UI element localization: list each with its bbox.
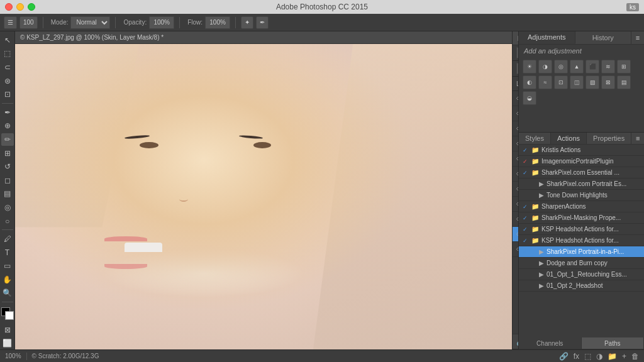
action-item[interactable]: ▶01_Opt_1_Retouching Ess...: [519, 269, 644, 280]
screen-mode[interactable]: ⬜: [1, 337, 14, 349]
action-folder-icon: ▶: [539, 180, 544, 187]
history-brush[interactable]: ↺: [1, 160, 14, 173]
hand-tool[interactable]: ✋: [1, 273, 14, 286]
photo-canvas: [15, 44, 512, 349]
adj-photofilter[interactable]: ≈: [538, 75, 552, 89]
adj-threshold[interactable]: ⊠: [601, 75, 615, 89]
left-eye: [140, 142, 158, 148]
tab-adjustments[interactable]: Adjustments: [519, 31, 575, 44]
bottom-tab-channels[interactable]: Channels: [519, 337, 582, 349]
action-check: ✓: [523, 147, 529, 153]
brush-tool[interactable]: ✏: [1, 133, 14, 146]
action-name-text: KSP Headshot Actions for...: [541, 226, 640, 233]
eraser-tool[interactable]: ◻: [1, 174, 14, 187]
adj-brightness[interactable]: ☀: [523, 60, 536, 74]
opacity-input[interactable]: [149, 16, 174, 29]
shape-tool[interactable]: ▭: [1, 260, 14, 272]
user-icon[interactable]: ks: [626, 3, 639, 11]
adj-levels[interactable]: ◑: [538, 60, 552, 74]
airbrush-btn[interactable]: ✦: [241, 16, 253, 29]
pen-tool[interactable]: 🖊: [1, 233, 14, 245]
canvas-tab: © KSP_LZ_297.jpg @ 100% (Skin, Layer Mas…: [15, 31, 512, 44]
adj-gradient[interactable]: ▤: [617, 75, 631, 89]
action-item[interactable]: ✓📁KSP Headshot Actions for...: [519, 235, 644, 246]
status-icon2[interactable]: fx: [574, 352, 579, 361]
action-item[interactable]: ✓📁Kristis Actions: [519, 145, 644, 156]
adjustments-panel: Adjustments History ≡ Add an adjustment …: [519, 31, 644, 132]
clone-tool[interactable]: ⊞: [1, 147, 14, 160]
status-icon7[interactable]: 🗑: [631, 352, 639, 361]
close-button[interactable]: [5, 3, 13, 11]
right-eye: [253, 142, 271, 148]
eyedropper-tool[interactable]: ✒: [1, 106, 14, 119]
action-folder-icon: ▶: [539, 248, 544, 255]
background-color[interactable]: [5, 311, 14, 320]
adj-colorbalance[interactable]: ⊞: [617, 60, 631, 74]
action-item[interactable]: ✓▶SharkPixel Portrait-in-a-Pi...: [519, 246, 644, 258]
action-item[interactable]: ✓📁KSP Headshot Actions for...: [519, 224, 644, 235]
heal-tool[interactable]: ⊕: [1, 120, 14, 133]
tab-history[interactable]: History: [575, 31, 632, 44]
adj-vibrance[interactable]: ⬛: [586, 60, 599, 74]
action-folder-icon: 📁: [531, 146, 539, 153]
adj-header: Add an adjustment: [519, 45, 644, 57]
tablet-btn[interactable]: ✒: [256, 16, 269, 29]
adj-menu[interactable]: ≡: [631, 31, 644, 44]
flow-input[interactable]: [205, 16, 230, 29]
tab-styles[interactable]: Styles: [519, 133, 551, 144]
action-item[interactable]: ✓📁SharpenActions: [519, 201, 644, 212]
lasso-tool[interactable]: ⊂: [1, 61, 14, 74]
bottom-tab-paths[interactable]: Paths: [582, 337, 645, 349]
fg-bg-colors[interactable]: [1, 307, 14, 320]
adj-selectivecolor[interactable]: ◒: [523, 91, 536, 105]
adj-content: Add an adjustment ☀ ◑ ◎ ▲ ⬛ ≋ ⊞ ◐ ≈ ⊡ ◫ …: [519, 45, 644, 132]
action-item[interactable]: ✓📁ImagenomicPortraitPlugin: [519, 156, 644, 167]
zoom-level: 100%: [5, 353, 21, 359]
action-item[interactable]: ▶Dodge and Burn copy: [519, 258, 644, 269]
status-icon3[interactable]: ⬚: [584, 352, 591, 361]
selection-tool[interactable]: ⬚: [1, 48, 14, 60]
action-check: ✓: [523, 170, 529, 176]
action-item[interactable]: ▶SharkPixel.com Portrait Es...: [519, 178, 644, 190]
window-controls: [5, 3, 35, 11]
zoom-tool[interactable]: 🔍: [1, 287, 14, 300]
crop-tool[interactable]: ⊡: [1, 88, 14, 101]
dodge-tool[interactable]: ○: [1, 215, 14, 228]
quick-mask[interactable]: ⊠: [1, 324, 14, 336]
gradient-tool[interactable]: ▤: [1, 188, 14, 200]
title-bar: Adobe Photoshop CC 2015 ks: [0, 0, 644, 14]
maximize-button[interactable]: [28, 3, 35, 11]
blend-mode-select[interactable]: Normal: [70, 16, 110, 29]
status-icon4[interactable]: ◑: [596, 352, 602, 361]
adj-curves[interactable]: ◎: [554, 60, 568, 74]
status-icon6[interactable]: +: [622, 352, 626, 361]
tab-actions[interactable]: Actions: [551, 133, 587, 144]
action-name-text: SharkPixel.com Essential ...: [541, 169, 640, 176]
adj-posterize[interactable]: ▧: [586, 75, 599, 89]
action-name-text: 01_Opt_1_Retouching Ess...: [547, 271, 640, 278]
toolbar: ☰ 100 Mode: Normal Opacity: Flow: ✦ ✒: [0, 14, 644, 31]
brush-size-input[interactable]: 100: [19, 16, 38, 29]
adj-hsl[interactable]: ≋: [601, 60, 615, 74]
adj-channelmixer[interactable]: ⊡: [554, 75, 568, 89]
adj-colorlookup[interactable]: ◫: [570, 75, 584, 89]
adj-blackwhite[interactable]: ◐: [523, 75, 536, 89]
status-icon1[interactable]: 🔗: [559, 352, 569, 361]
quick-select-tool[interactable]: ⊛: [1, 75, 14, 87]
action-folder-icon: 📁: [531, 226, 539, 233]
text-tool[interactable]: T: [1, 246, 14, 259]
tool-options-btn[interactable]: ☰: [4, 16, 17, 29]
styles-menu[interactable]: ≡: [631, 133, 644, 144]
adj-exposure[interactable]: ▲: [570, 60, 584, 74]
action-item[interactable]: ▶01_Opt 2_Headshot: [519, 280, 644, 292]
tab-properties[interactable]: Properties: [587, 133, 631, 144]
canvas-content[interactable]: [15, 44, 512, 349]
move-tool[interactable]: ↖: [1, 34, 14, 47]
status-icon5[interactable]: 📁: [608, 352, 617, 361]
action-item[interactable]: ✓📁SharkPixel-Masking Prope...: [519, 212, 644, 224]
minimize-button[interactable]: [16, 3, 24, 11]
action-item[interactable]: ✓📁SharkPixel.com Essential ...: [519, 167, 644, 178]
scratch-info: © Scratch: 2.00G/12.3G: [32, 353, 99, 359]
action-item[interactable]: ▶Tone Down Highlights: [519, 190, 644, 201]
blur-tool[interactable]: ◎: [1, 201, 14, 214]
